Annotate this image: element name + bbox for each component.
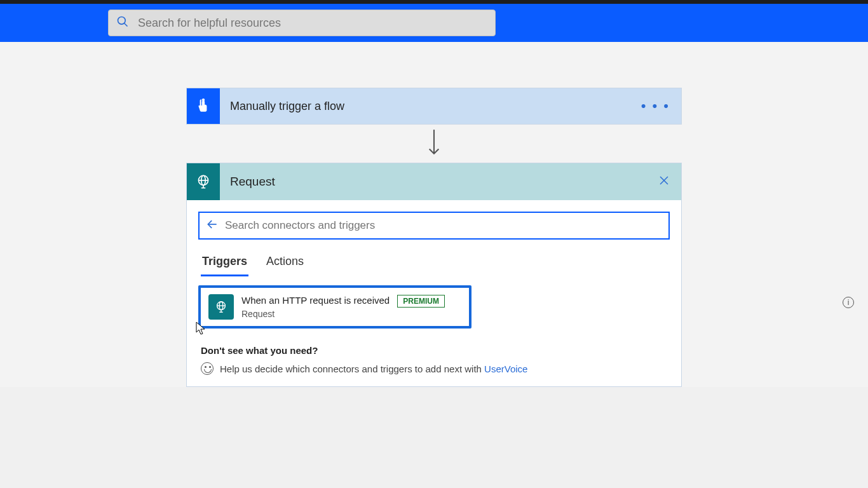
request-connector-icon bbox=[187, 163, 220, 200]
help-text: Help us decide which connectors and trig… bbox=[201, 362, 670, 375]
tab-triggers[interactable]: Triggers bbox=[201, 251, 248, 276]
action-picker-panel: Request Triggers Actions bbox=[186, 163, 682, 387]
trigger-title: Manually trigger a flow bbox=[220, 100, 344, 113]
result-title: When an HTTP request is received bbox=[241, 295, 390, 306]
flow-canvas: Manually trigger a flow • • • Request bbox=[0, 42, 868, 387]
back-arrow-icon[interactable] bbox=[206, 218, 219, 234]
info-icon[interactable]: i bbox=[843, 297, 854, 308]
uservoice-link[interactable]: UserVoice bbox=[484, 363, 527, 374]
panel-title: Request bbox=[220, 175, 275, 189]
svg-point-0 bbox=[118, 17, 126, 25]
connector-search[interactable] bbox=[198, 212, 670, 240]
trigger-step[interactable]: Manually trigger a flow • • • bbox=[186, 88, 682, 125]
trigger-result-http-request[interactable]: When an HTTP request is received PREMIUM… bbox=[198, 285, 471, 329]
panel-body: Triggers Actions bbox=[187, 200, 681, 386]
panel-close-button[interactable] bbox=[658, 175, 670, 189]
picker-tabs: Triggers Actions bbox=[198, 251, 670, 276]
help-prefix: Help us decide which connectors and trig… bbox=[220, 363, 484, 374]
help-section: Don't see what you need? Help us decide … bbox=[198, 345, 670, 375]
global-search-input[interactable] bbox=[138, 17, 487, 30]
trigger-more-button[interactable]: • • • bbox=[641, 98, 670, 114]
panel-header: Request bbox=[187, 163, 681, 200]
search-icon bbox=[116, 15, 129, 30]
result-list: When an HTTP request is received PREMIUM… bbox=[198, 285, 670, 329]
app-header bbox=[0, 4, 868, 42]
flow-arrow-icon bbox=[426, 128, 442, 160]
smile-icon bbox=[201, 362, 214, 375]
global-search[interactable] bbox=[108, 10, 496, 36]
result-text: When an HTTP request is received PREMIUM… bbox=[241, 295, 445, 319]
svg-point-2 bbox=[202, 98, 205, 101]
result-subtitle: Request bbox=[241, 309, 445, 319]
premium-badge: PREMIUM bbox=[397, 295, 445, 308]
tab-actions[interactable]: Actions bbox=[265, 251, 305, 276]
connector-search-input[interactable] bbox=[225, 219, 662, 232]
request-connector-icon bbox=[208, 294, 234, 320]
trigger-icon bbox=[187, 88, 220, 124]
help-question: Don't see what you need? bbox=[201, 345, 670, 356]
svg-line-1 bbox=[125, 24, 128, 27]
